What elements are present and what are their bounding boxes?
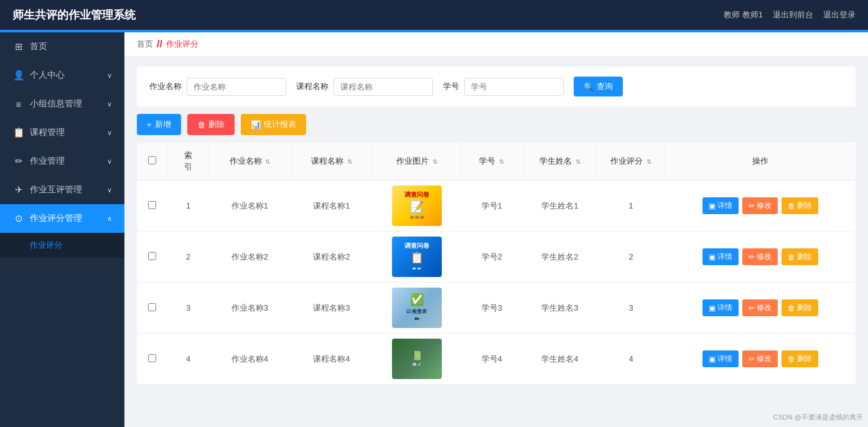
row-delete-button-3[interactable]: 🗑 删除 bbox=[782, 350, 818, 367]
sidebar-label-home: 首页 bbox=[30, 41, 47, 52]
search-icon: 🔍 bbox=[584, 82, 594, 92]
th-student-id[interactable]: 学号 ⇅ bbox=[461, 143, 523, 181]
row-homework-name-1: 作业名称2 bbox=[209, 232, 291, 283]
edit-icon-3: ✏ bbox=[749, 355, 755, 364]
row-index-1: 2 bbox=[168, 232, 209, 283]
row-checkbox-cell bbox=[137, 283, 168, 334]
detail-label-2: 详情 bbox=[717, 303, 732, 313]
row-checkbox-0[interactable] bbox=[148, 201, 156, 209]
row-actions-1: ▣ 详情 ✏ 修改 🗑 删除 bbox=[665, 232, 856, 283]
sort-icon-course: ⇅ bbox=[347, 158, 352, 165]
detail-button-1[interactable]: ▣ 详情 bbox=[702, 248, 739, 265]
action-bar: + 新增 🗑 删除 📊 统计报表 bbox=[137, 114, 856, 135]
row-delete-icon-1: 🗑 bbox=[788, 253, 795, 261]
score-icon: ⊙ bbox=[12, 213, 25, 224]
edit-button-0[interactable]: ✏ 修改 bbox=[742, 197, 778, 214]
data-table-container: 索引 作业名称 ⇅ 课程名称 ⇅ 作业图片 ⇅ bbox=[137, 143, 856, 385]
mutual-icon: ✈ bbox=[12, 184, 25, 195]
stats-button[interactable]: 📊 统计报表 bbox=[241, 114, 306, 135]
row-checkbox-2[interactable] bbox=[148, 303, 156, 311]
chevron-down-icon-2: ∨ bbox=[107, 100, 112, 108]
row-delete-button-2[interactable]: 🗑 删除 bbox=[782, 299, 818, 316]
student-id-search-input[interactable] bbox=[464, 78, 564, 96]
sidebar: ⊞ 首页 👤 个人中心 ∨ ≡ 小组信息管理 ∨ 📋 课程管理 ∨ bbox=[0, 32, 124, 427]
th-homework-name[interactable]: 作业名称 ⇅ bbox=[209, 143, 291, 181]
detail-button-2[interactable]: ▣ 详情 bbox=[702, 299, 739, 316]
edit-label-3: 修改 bbox=[757, 354, 772, 364]
sidebar-label-group: 小组信息管理 bbox=[30, 98, 82, 110]
detail-icon-0: ▣ bbox=[709, 202, 716, 210]
detail-label-1: 详情 bbox=[717, 251, 732, 262]
sort-icon-image: ⇅ bbox=[432, 158, 437, 165]
app-title: 师生共评的作业管理系统 bbox=[12, 7, 136, 22]
table-row: 3 作业名称3 课程名称3 ✅ ☑ 检查表 ✏ 学号3 学生姓名3 3 ▣ 详情 bbox=[137, 283, 856, 334]
row-course-name-0: 课程名称1 bbox=[291, 181, 372, 232]
personal-icon: 👤 bbox=[12, 70, 25, 81]
sidebar-label-mutual: 作业互评管理 bbox=[30, 184, 82, 195]
delete-button-label: 删除 bbox=[208, 119, 225, 130]
edit-button-3[interactable]: ✏ 修改 bbox=[742, 350, 778, 367]
select-all-checkbox[interactable] bbox=[148, 156, 156, 164]
sidebar-item-home[interactable]: ⊞ 首页 bbox=[0, 32, 124, 61]
search-button[interactable]: 🔍 查询 bbox=[574, 77, 623, 96]
row-delete-button-1[interactable]: 🗑 删除 bbox=[782, 248, 818, 265]
th-student-name[interactable]: 学生姓名 ⇅ bbox=[523, 143, 598, 181]
detail-button-0[interactable]: ▣ 详情 bbox=[702, 197, 739, 214]
row-checkbox-1[interactable] bbox=[148, 252, 156, 260]
row-delete-icon-3: 🗑 bbox=[788, 355, 795, 364]
homework-search-label: 作业名称 bbox=[149, 81, 182, 92]
row-course-name-3: 课程名称4 bbox=[291, 334, 372, 385]
row-index-3: 4 bbox=[168, 334, 209, 385]
btn-back-frontend[interactable]: 退出到前台 bbox=[773, 9, 813, 21]
sidebar-sub-item-score[interactable]: 作业评分 bbox=[0, 233, 124, 258]
edit-button-2[interactable]: ✏ 修改 bbox=[742, 299, 778, 316]
edit-icon-1: ✏ bbox=[749, 253, 755, 261]
chevron-down-icon: ∨ bbox=[107, 72, 112, 80]
sidebar-item-personal[interactable]: 👤 个人中心 ∨ bbox=[0, 61, 124, 90]
main-layout: ⊞ 首页 👤 个人中心 ∨ ≡ 小组信息管理 ∨ 📋 课程管理 ∨ bbox=[0, 32, 868, 427]
content-area: 作业名称 课程名称 学号 🔍 查询 + bbox=[124, 57, 868, 427]
main-content: 首页 // 作业评分 作业名称 课程名称 学号 bbox=[124, 32, 868, 427]
row-delete-label-1: 删除 bbox=[797, 251, 812, 262]
sidebar-item-score[interactable]: ⊙ 作业评分管理 ∧ bbox=[0, 204, 124, 233]
homework-search-input[interactable] bbox=[187, 78, 286, 96]
edit-button-1[interactable]: ✏ 修改 bbox=[742, 248, 778, 265]
th-score[interactable]: 作业评分 ⇅ bbox=[597, 143, 665, 181]
sort-icon-homework: ⇅ bbox=[265, 158, 270, 165]
sidebar-sub-score: 作业评分 bbox=[0, 233, 124, 258]
add-button-label: 新增 bbox=[155, 119, 171, 130]
search-group-course: 课程名称 bbox=[296, 78, 433, 96]
sort-icon-score: ⇅ bbox=[646, 158, 651, 165]
row-student-id-1: 学号2 bbox=[461, 232, 523, 283]
add-button[interactable]: + 新增 bbox=[137, 114, 181, 135]
row-score-2: 3 bbox=[597, 283, 665, 334]
detail-icon-1: ▣ bbox=[709, 253, 716, 261]
breadcrumb: 首页 // 作业评分 bbox=[124, 32, 868, 57]
row-delete-button-0[interactable]: 🗑 删除 bbox=[782, 197, 818, 214]
th-checkbox bbox=[137, 143, 168, 181]
row-delete-label-3: 删除 bbox=[797, 354, 812, 364]
th-course-name[interactable]: 课程名称 ⇅ bbox=[291, 143, 372, 181]
edit-label-2: 修改 bbox=[757, 303, 772, 313]
sidebar-item-course[interactable]: 📋 课程管理 ∨ bbox=[0, 118, 124, 147]
home-icon: ⊞ bbox=[12, 41, 25, 52]
sidebar-item-mutual[interactable]: ✈ 作业互评管理 ∨ bbox=[0, 176, 124, 204]
detail-button-3[interactable]: ▣ 详情 bbox=[702, 350, 739, 367]
table-body: 1 作业名称1 课程名称1 调查问卷 📝 ✉ ✉ ✉ 学号1 学生姓名1 1 ▣… bbox=[137, 181, 856, 385]
top-nav-right: 教师 教师1 退出到前台 退出登录 bbox=[724, 9, 856, 21]
sidebar-item-homework[interactable]: ✏ 作业管理 ∨ bbox=[0, 147, 124, 176]
chevron-down-icon-3: ∨ bbox=[107, 129, 112, 137]
chevron-down-icon-5: ∨ bbox=[107, 186, 112, 194]
sidebar-label-course: 课程管理 bbox=[30, 127, 65, 138]
delete-icon: 🗑 bbox=[197, 120, 205, 129]
course-search-input[interactable] bbox=[334, 78, 433, 96]
breadcrumb-home[interactable]: 首页 bbox=[137, 39, 153, 50]
sidebar-item-group[interactable]: ≡ 小组信息管理 ∨ bbox=[0, 90, 124, 118]
btn-logout[interactable]: 退出登录 bbox=[823, 9, 856, 21]
th-homework-image[interactable]: 作业图片 ⇅ bbox=[373, 143, 461, 181]
row-checkbox-3[interactable] bbox=[148, 354, 156, 362]
search-group-student-id: 学号 bbox=[443, 78, 564, 96]
table-row: 4 作业名称4 课程名称4 📗 ✉ ✓ 学号4 学生姓名4 4 ▣ 详情 bbox=[137, 334, 856, 385]
stats-button-label: 统计报表 bbox=[264, 119, 296, 130]
delete-button[interactable]: 🗑 删除 bbox=[187, 114, 235, 135]
